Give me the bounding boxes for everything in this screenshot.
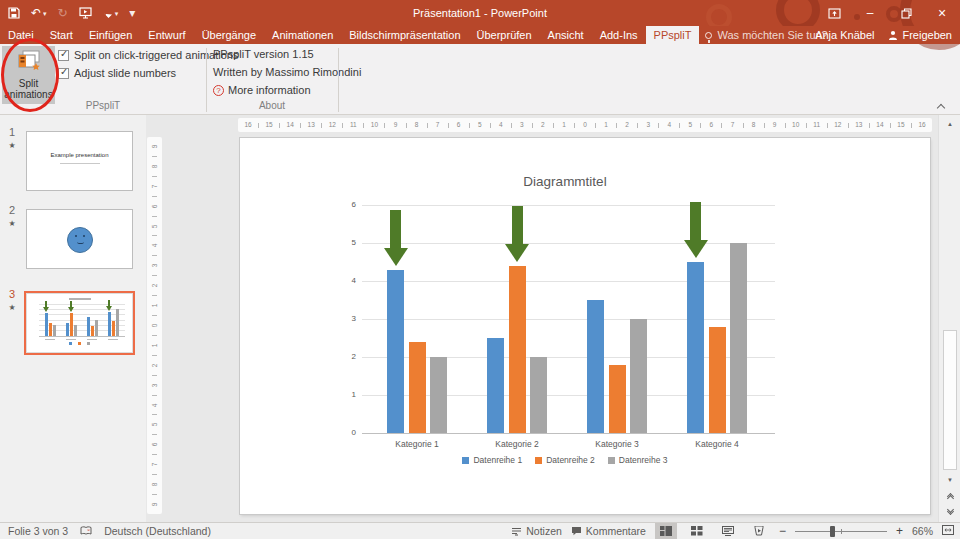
view-slide-sorter-button[interactable] [686, 523, 708, 539]
slide-indicator: Folie 3 von 3 [8, 525, 68, 537]
ruler-number: 6 [147, 435, 162, 454]
tab-bildschirmpräsentation[interactable]: Bildschirmpräsentation [341, 26, 468, 44]
bar-series3-cat1 [53, 325, 56, 336]
split-animations-button[interactable]: Split animations [2, 46, 55, 104]
chart[interactable]: Diagrammtitel0123456Kategorie 1Kategorie… [340, 174, 790, 474]
arrow-head [505, 244, 529, 262]
scroll-down-button[interactable]: ▼ [939, 473, 960, 487]
notes-toggle[interactable]: Notizen [511, 525, 562, 537]
more-information-link[interactable]: ? More information [213, 84, 311, 96]
customize-qat-button[interactable]: ▾ [129, 7, 135, 19]
tab-start[interactable]: Start [42, 26, 81, 44]
ruler-number: 15 [891, 118, 911, 132]
checkbox-icon: ✓ [58, 68, 69, 79]
ruler-number: 9 [147, 495, 162, 514]
bar-series2-cat3 [609, 365, 626, 433]
arrow-head [384, 248, 408, 266]
ruler-number: 4 [659, 118, 679, 132]
minimize-button[interactable]: – [852, 0, 888, 26]
checkbox-icon: ✓ [58, 50, 69, 61]
arrow-head [68, 307, 74, 312]
tab-übergänge[interactable]: Übergänge [194, 26, 264, 44]
zoom-slider-midpoint [841, 529, 842, 534]
tab-add-ins[interactable]: Add-Ins [592, 26, 646, 44]
redo-button[interactable]: ↻ [58, 7, 68, 19]
gridline [362, 319, 775, 320]
gridline [39, 314, 125, 315]
zoom-in-button[interactable]: + [896, 525, 903, 537]
status-bar: Folie 3 von 3 Deutsch (Deutschland) Noti… [0, 522, 960, 539]
tab-überprüfen[interactable]: Überprüfen [469, 26, 540, 44]
bar-series3-cat2 [530, 357, 547, 433]
undo-dropdown-icon: ▾ [43, 10, 47, 17]
ruler-number: 5 [470, 118, 490, 132]
ruler-number: 2 [533, 118, 553, 132]
view-reading-button[interactable] [717, 523, 739, 539]
ruler-number: 2 [147, 356, 162, 375]
zoom-slider-thumb[interactable] [830, 526, 835, 537]
spellcheck-button[interactable] [80, 526, 92, 536]
zoom-out-button[interactable]: − [779, 525, 786, 537]
share-button[interactable]: Freigeben [888, 29, 952, 41]
legend-swatch [87, 342, 90, 345]
ruler-number: 0 [575, 118, 595, 132]
y-axis-label: 0 [340, 428, 356, 437]
bar-series2-cat1 [409, 342, 426, 433]
ruler-number: 6 [147, 197, 162, 216]
mode-dropdown-icon: ▾ [115, 10, 119, 17]
tab-animationen[interactable]: Animationen [264, 26, 341, 44]
scroll-up-button[interactable]: ▲ [939, 117, 960, 131]
close-button[interactable]: × [924, 0, 960, 26]
ruler-number: 4 [147, 396, 162, 415]
zoom-level[interactable]: 66% [912, 525, 933, 537]
view-slideshow-button[interactable] [748, 523, 770, 539]
ruler-number: 10 [364, 118, 384, 132]
tab-datei[interactable]: Datei [0, 26, 42, 44]
restore-button[interactable] [888, 0, 924, 26]
redo-icon: ↻ [58, 7, 68, 19]
bar-series1-cat1 [45, 313, 48, 336]
slide-thumbnail-1[interactable]: Example presentation [26, 131, 133, 191]
comments-toggle[interactable]: Kommentare [571, 525, 646, 537]
x-axis-label: Kategorie 4 [667, 439, 767, 449]
view-normal-button[interactable] [655, 523, 677, 539]
tab-entwurf[interactable]: Entwurf [140, 26, 193, 44]
ribbon-display-options-button[interactable] [816, 0, 852, 26]
collapse-ribbon-button[interactable] [938, 97, 950, 107]
ruler-number: 1 [554, 118, 574, 132]
undo-button[interactable]: ↶ ▾ [31, 7, 47, 19]
checkbox-adjust-slide-numbers[interactable]: ✓ Adjust slide numbers [58, 66, 176, 80]
next-slide-button[interactable] [939, 505, 960, 519]
language-selector[interactable]: Deutsch (Deutschland) [104, 525, 211, 537]
ruler-number: 1 [147, 336, 162, 355]
previous-slide-button[interactable] [939, 489, 960, 503]
tab-ppsplit[interactable]: PPspliT [646, 26, 700, 44]
ruler-number: 4 [147, 236, 162, 255]
vertical-scrollbar[interactable]: ▲ ▼ [938, 115, 960, 522]
spellcheck-book-icon [80, 526, 92, 536]
x-axis-label: Kategorie 2 [467, 439, 567, 449]
fit-slide-to-window-button[interactable] [942, 525, 954, 537]
slide-thumbnail-2[interactable] [26, 209, 133, 269]
ruler-number: 9 [385, 118, 405, 132]
arrow-head [684, 240, 708, 258]
chart-plot-area [39, 304, 125, 336]
ruler-number: 1 [596, 118, 616, 132]
tell-me-search[interactable]: Was möchten Sie tun? [705, 26, 827, 44]
tab-einfügen[interactable]: Einfügen [81, 26, 140, 44]
y-axis-label: 6 [340, 200, 356, 209]
checkbox-split-on-click[interactable]: ✓ Split on click-triggered animations [58, 48, 238, 62]
tab-ansicht[interactable]: Ansicht [540, 26, 592, 44]
save-button[interactable] [8, 7, 20, 19]
eye-dot [75, 235, 77, 237]
scrollbar-thumb[interactable] [943, 330, 957, 470]
about-version-line: PPspliT version 1.15 [213, 48, 314, 60]
zoom-slider[interactable] [795, 525, 887, 537]
slide-thumbnail-3[interactable] [26, 293, 133, 353]
slide-canvas[interactable]: Diagrammtitel0123456Kategorie 1Kategorie… [240, 138, 930, 514]
account-name[interactable]: Anja Knäbel [815, 29, 874, 41]
ruler-number: 3 [147, 376, 162, 395]
touch-mouse-mode-button[interactable]: ▾ [103, 7, 119, 19]
start-slideshow-button[interactable] [79, 7, 92, 19]
y-axis-label: 3 [340, 314, 356, 323]
